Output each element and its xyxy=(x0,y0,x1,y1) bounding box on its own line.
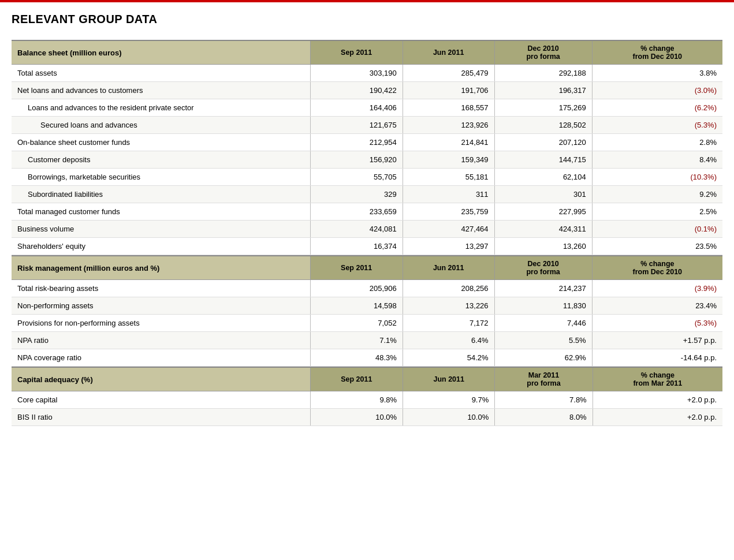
row-label: NPA ratio xyxy=(12,332,310,349)
table-row: Loans and advances to the resident priva… xyxy=(12,99,722,117)
cell-v1: 190,422 xyxy=(310,82,403,99)
cell-v1: 7.1% xyxy=(310,332,403,349)
cell-v4: -14.64 p.p. xyxy=(592,349,722,367)
cell-v4: 3.8% xyxy=(592,65,722,82)
row-label: Secured loans and advances xyxy=(12,117,310,134)
cell-v1: 233,659 xyxy=(310,203,403,221)
cell-v4: 9.2% xyxy=(592,186,722,203)
row-label: Loans and advances to the resident priva… xyxy=(12,99,310,117)
cell-v2: 168,557 xyxy=(403,99,494,117)
row-label: Core capital xyxy=(12,391,310,409)
col-header-col2: Jun 2011 xyxy=(403,40,494,65)
col-header-col4: % change from Dec 2010 xyxy=(592,256,722,280)
cell-v4: +1.57 p.p. xyxy=(592,332,722,349)
cell-v4: +2.0 p.p. xyxy=(593,409,722,426)
cell-v4: +2.0 p.p. xyxy=(593,391,722,409)
cell-v1: 9.8% xyxy=(310,391,403,409)
table-row: Borrowings, marketable securities55,7055… xyxy=(12,169,722,186)
cell-v4: (3.9%) xyxy=(592,280,722,297)
table-row: NPA ratio7.1%6.4%5.5%+1.57 p.p. xyxy=(12,332,722,349)
table-row: BIS II ratio10.0%10.0%8.0%+2.0 p.p. xyxy=(12,409,722,426)
cell-v2: 159,349 xyxy=(403,151,494,169)
cell-v2: 55,181 xyxy=(403,169,494,186)
cell-v1: 121,675 xyxy=(310,117,403,134)
page-wrapper: RELEVANT GROUP DATA Balance sheet (milli… xyxy=(0,0,734,560)
cell-v1: 10.0% xyxy=(310,409,403,426)
table-row: Total managed customer funds233,659235,7… xyxy=(12,203,722,221)
table-row: Total risk-bearing assets205,906208,2562… xyxy=(12,280,722,297)
table-row: Customer deposits156,920159,349144,7158.… xyxy=(12,151,722,169)
cell-v2: 427,464 xyxy=(403,221,494,238)
cell-v1: 48.3% xyxy=(310,349,403,367)
table-row: Total assets303,190285,479292,1883.8% xyxy=(12,65,722,82)
cell-v4: (5.3%) xyxy=(592,117,722,134)
col-header-col2: Jun 2011 xyxy=(403,367,495,391)
cell-v2: 13,297 xyxy=(403,238,494,255)
cell-v4: 2.8% xyxy=(592,134,722,151)
cell-v2: 9.7% xyxy=(403,391,495,409)
cell-v3: 7.8% xyxy=(495,391,593,409)
cell-v3: 13,260 xyxy=(494,238,592,255)
cell-v2: 10.0% xyxy=(403,409,495,426)
cell-v2: 6.4% xyxy=(403,332,494,349)
table-row: Secured loans and advances121,675123,926… xyxy=(12,117,722,134)
row-label: Total assets xyxy=(12,65,310,82)
tables-container: Balance sheet (million euros)Sep 2011Jun… xyxy=(12,40,722,426)
cell-v2: 235,759 xyxy=(403,203,494,221)
cell-v4: (5.3%) xyxy=(592,315,722,332)
table-row: Shareholders' equity16,37413,29713,26023… xyxy=(12,238,722,255)
cell-v3: 207,120 xyxy=(494,134,592,151)
cell-v4: 8.4% xyxy=(592,151,722,169)
cell-v1: 55,705 xyxy=(310,169,403,186)
cell-v3: 144,715 xyxy=(494,151,592,169)
cell-v3: 292,188 xyxy=(494,65,592,82)
cell-v1: 212,954 xyxy=(310,134,403,151)
cell-v3: 214,237 xyxy=(494,280,592,297)
table-row: Core capital9.8%9.7%7.8%+2.0 p.p. xyxy=(12,391,722,409)
cell-v1: 329 xyxy=(310,186,403,203)
cell-v1: 7,052 xyxy=(310,315,403,332)
row-label: Non-performing assets xyxy=(12,297,310,315)
cell-v4: (3.0%) xyxy=(592,82,722,99)
table-row: Provisions for non-performing assets7,05… xyxy=(12,315,722,332)
table-row: Non-performing assets14,59813,22611,8302… xyxy=(12,297,722,315)
cell-v1: 303,190 xyxy=(310,65,403,82)
cell-v4: 2.5% xyxy=(592,203,722,221)
cell-v3: 424,311 xyxy=(494,221,592,238)
col-header-col1: Sep 2011 xyxy=(310,256,403,280)
cell-v4: (10.3%) xyxy=(592,169,722,186)
row-label: Total risk-bearing assets xyxy=(12,280,310,297)
cell-v3: 128,502 xyxy=(494,117,592,134)
cell-v4: 23.5% xyxy=(592,238,722,255)
cell-v2: 311 xyxy=(403,186,494,203)
col-header-col4: % change from Dec 2010 xyxy=(592,40,722,65)
cell-v4: (6.2%) xyxy=(592,99,722,117)
table-risk-management: Risk management (million euros and %)Sep… xyxy=(12,255,722,367)
section-header-capital-adequacy: Capital adequacy (%) xyxy=(12,367,310,391)
cell-v1: 16,374 xyxy=(310,238,403,255)
cell-v1: 205,906 xyxy=(310,280,403,297)
cell-v3: 301 xyxy=(494,186,592,203)
cell-v3: 62.9% xyxy=(494,349,592,367)
cell-v1: 156,920 xyxy=(310,151,403,169)
col-header-col4: % change from Mar 2011 xyxy=(593,367,722,391)
cell-v2: 7,172 xyxy=(403,315,494,332)
cell-v2: 208,256 xyxy=(403,280,494,297)
table-row: Subordinated liabilities3293113019.2% xyxy=(12,186,722,203)
cell-v2: 13,226 xyxy=(403,297,494,315)
row-label: Business volume xyxy=(12,221,310,238)
row-label: Subordinated liabilities xyxy=(12,186,310,203)
col-header-col2: Jun 2011 xyxy=(403,256,494,280)
cell-v3: 62,104 xyxy=(494,169,592,186)
cell-v3: 7,446 xyxy=(494,315,592,332)
cell-v2: 54.2% xyxy=(403,349,494,367)
page-title: RELEVANT GROUP DATA xyxy=(12,13,722,26)
col-header-col3: Dec 2010 pro forma xyxy=(494,256,592,280)
row-label: Customer deposits xyxy=(12,151,310,169)
cell-v2: 123,926 xyxy=(403,117,494,134)
col-header-col3: Mar 2011 pro forma xyxy=(495,367,593,391)
cell-v3: 175,269 xyxy=(494,99,592,117)
cell-v3: 8.0% xyxy=(495,409,593,426)
cell-v1: 164,406 xyxy=(310,99,403,117)
table-row: On-balance sheet customer funds212,95421… xyxy=(12,134,722,151)
